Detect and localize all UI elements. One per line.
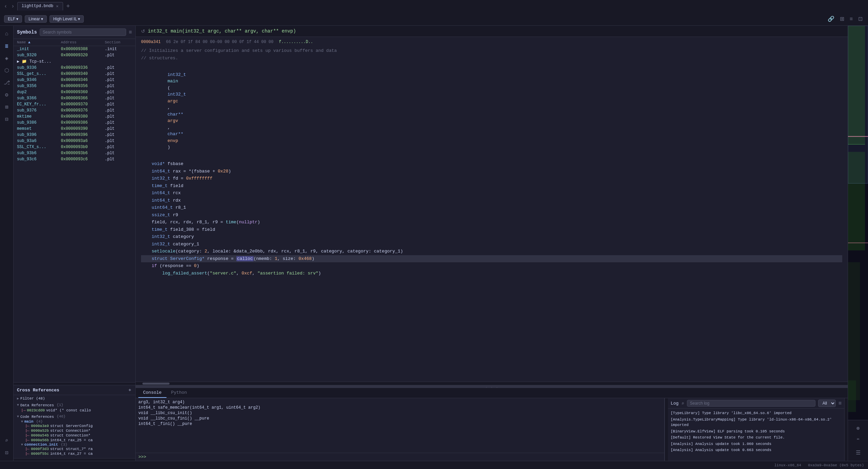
sidebar-search-icon[interactable]: ⌕: [1, 435, 12, 446]
conn-ref-arrow-1: |←: [25, 452, 29, 456]
sidebar-table-icon[interactable]: ⊟: [1, 114, 12, 125]
sidebar-tag-icon[interactable]: ◈: [1, 53, 12, 64]
symbol-row[interactable]: sub_93960x000009396.plt: [14, 132, 135, 138]
symbol-section: .plt: [105, 108, 132, 113]
log-panel: Log ⌕ All ≡ [TypeLibrary] Type library '…: [668, 398, 844, 461]
hlil-dropdown-button[interactable]: High Level IL ▾: [50, 15, 84, 23]
main-ref-expand-icon[interactable]: ▼: [21, 420, 23, 424]
console-panel: arg3, int32_t arg4) int64_t safe_memclea…: [136, 398, 665, 461]
log-search-input[interactable]: [687, 400, 815, 407]
symbols-title: Symbols: [17, 29, 37, 35]
symbol-row[interactable]: SSL_CTX_s...0x0000093b0.plt: [14, 144, 135, 150]
tab-console[interactable]: Console: [138, 388, 166, 398]
symbol-row[interactable]: dup20x000009360.plt: [14, 89, 135, 95]
main-layout: ⌂ ≣ ◈ ⬡ ⎇ ⚙ ⊞ ⊟ ⌕ ⊡ Symbols ≡ Name ▲ Add…: [0, 26, 868, 461]
symbol-row[interactable]: sub_93760x000009376.plt: [14, 107, 135, 114]
filter-expand-icon[interactable]: ▶: [17, 396, 19, 401]
add-tab-button[interactable]: +: [64, 3, 72, 10]
right-layers-icon[interactable]: ⊛: [853, 423, 864, 434]
symbol-row[interactable]: sub_93460x000009346.plt: [14, 77, 135, 83]
conn-init-expand-icon[interactable]: ▼: [21, 443, 23, 447]
search-symbols-input[interactable]: [40, 28, 126, 36]
symbols-hscroll[interactable]: [14, 382, 135, 385]
cross-ref-pin-button[interactable]: ✦: [128, 387, 132, 393]
var-r9: ssize_t r9: [141, 211, 842, 219]
tab-lighttpd[interactable]: lighttpd.bndb ✕: [17, 2, 63, 11]
symbol-section: .plt: [105, 157, 132, 162]
symbols-menu-button[interactable]: ≡: [129, 29, 132, 35]
symbol-row[interactable]: sub_93200x000009320.plt: [14, 52, 135, 58]
console-input[interactable]: [147, 455, 662, 460]
console-scroll[interactable]: [665, 398, 668, 461]
comma-0: ,: [167, 105, 173, 110]
sidebar-disasm-icon[interactable]: ≣: [1, 41, 12, 52]
symbol-addr: 0x000009356: [61, 84, 105, 88]
sidebar-graph-icon[interactable]: ⬡: [1, 65, 12, 76]
symbol-name: sub_9356: [17, 84, 61, 88]
field-assign: time_t field_308 = field: [141, 226, 842, 233]
symbol-row[interactable]: mktime0x000009380.plt: [14, 114, 135, 120]
code-scroll[interactable]: 0000a341 66 2e 0f 1f 84 00 00-00 00 00 0…: [136, 37, 848, 382]
code-hscroll[interactable]: [136, 382, 848, 385]
code-references-header[interactable]: ▼ Code References {46}: [17, 413, 132, 420]
main-ref-item-0[interactable]: |← 0000a3a9 struct ServerConfig: [21, 424, 132, 428]
cross-ref-content: ▶ Filter (48) ▼ Data References {1} |→ 0…: [14, 395, 135, 458]
link-icon-button[interactable]: 🔗: [826, 14, 836, 23]
sidebar-home-icon[interactable]: ⌂: [1, 28, 12, 39]
symbol-name: sub_9376: [17, 108, 61, 113]
symbol-row[interactable]: sub_93360x000009336.plt: [14, 65, 135, 71]
symbol-row[interactable]: _init0x000009308.init: [14, 46, 135, 52]
sidebar-settings-icon[interactable]: ⚙: [1, 89, 12, 100]
main-ref-item-3[interactable]: |← 0000a56b int64_t rax_25 = ca: [21, 438, 132, 443]
main-refs-header[interactable]: ▼ main {4}: [21, 420, 132, 424]
main-ref-item-1[interactable]: |← 0000a52b struct Connection*: [21, 428, 132, 433]
elf-dropdown-button[interactable]: ELF ▾: [4, 15, 22, 23]
symbol-row[interactable]: sub_93a60x0000093a6.plt: [14, 138, 135, 144]
log-assert-call: log_failed_assert("server.c", 0xcf, "ass…: [141, 270, 842, 277]
symbol-row[interactable]: SSL_get_s...0x000009340.plt: [14, 71, 135, 77]
data-ref-expand-icon[interactable]: ▼: [17, 403, 19, 407]
tab-close-button[interactable]: ✕: [56, 4, 58, 9]
param-type-0: int32_t: [167, 92, 189, 97]
log-menu-button[interactable]: ≡: [839, 400, 842, 406]
symbol-row[interactable]: EC_KEY_fr...0x000009370.plt: [14, 101, 135, 107]
right-list-icon[interactable]: ☰: [853, 447, 864, 458]
symbols-panel: Symbols ≡ Name ▲ Address Section _init0x…: [14, 26, 136, 461]
linear-dropdown-button[interactable]: Linear ▾: [25, 15, 47, 23]
back-button[interactable]: ‹: [3, 2, 8, 11]
ref-arrow-1: |←: [25, 429, 29, 433]
symbol-row[interactable]: sub_93860x000009386.plt: [14, 120, 135, 126]
conn-ref-item-0[interactable]: |← 0000f3d3 struct struct_7* ra: [21, 447, 132, 451]
ref-arrow-2: |←: [25, 433, 29, 437]
refresh-button[interactable]: ↺: [141, 28, 145, 34]
columns-icon-button[interactable]: ⊞: [839, 14, 846, 23]
conn-init-refs-header[interactable]: ▼ connection_init {3}: [21, 443, 132, 447]
log-scroll[interactable]: [844, 398, 848, 461]
main-ref-item-2[interactable]: |← 0000a54b struct Connection*: [21, 433, 132, 438]
forward-button[interactable]: ›: [10, 2, 16, 11]
symbol-section: .plt: [105, 114, 132, 119]
log-filter-select[interactable]: All: [818, 400, 836, 407]
code-ref-expand-icon[interactable]: ▼: [17, 415, 19, 419]
conn-ref-item-1[interactable]: |← 0000f55c int64_t rax_27 = ca: [21, 451, 132, 456]
sidebar-grid-icon[interactable]: ⊞: [1, 102, 12, 113]
plugin-icon-button[interactable]: ⊡: [857, 14, 864, 23]
sidebar-terminal-icon[interactable]: ⊡: [1, 447, 12, 458]
symbol-row[interactable]: sub_93560x000009356.plt: [14, 83, 135, 89]
symbol-row[interactable]: memset0x000009390.plt: [14, 126, 135, 132]
cross-ref-hscroll[interactable]: [14, 458, 135, 461]
function-signature: int32_t main(int32_t argc, char** argv, …: [148, 28, 296, 34]
data-references-header[interactable]: ▼ Data References {1}: [17, 402, 132, 408]
symbol-row[interactable]: sub_93b60x0000093b6.plt: [14, 150, 135, 156]
symbol-row[interactable]: sub_93660x000009366.plt: [14, 95, 135, 101]
tab-python[interactable]: Python: [166, 388, 192, 398]
minimap-area[interactable]: [848, 26, 868, 420]
setlocale-call: setlocale(category: 2, locale: &data_2e0…: [141, 248, 842, 255]
right-quote-icon[interactable]: ❝: [853, 435, 864, 446]
data-ref-item[interactable]: |→ 0023cdd0 void* (* const callo: [17, 408, 132, 413]
symbol-row[interactable]: ▶ 📁 Tcp-st...: [14, 58, 135, 65]
symbol-addr: 0x0000093b0: [61, 145, 105, 149]
symbol-row[interactable]: sub_93c60x0000093c6.plt: [14, 156, 135, 162]
menu-icon-button[interactable]: ≡: [848, 15, 854, 23]
sidebar-branch-icon[interactable]: ⎇: [1, 77, 12, 88]
